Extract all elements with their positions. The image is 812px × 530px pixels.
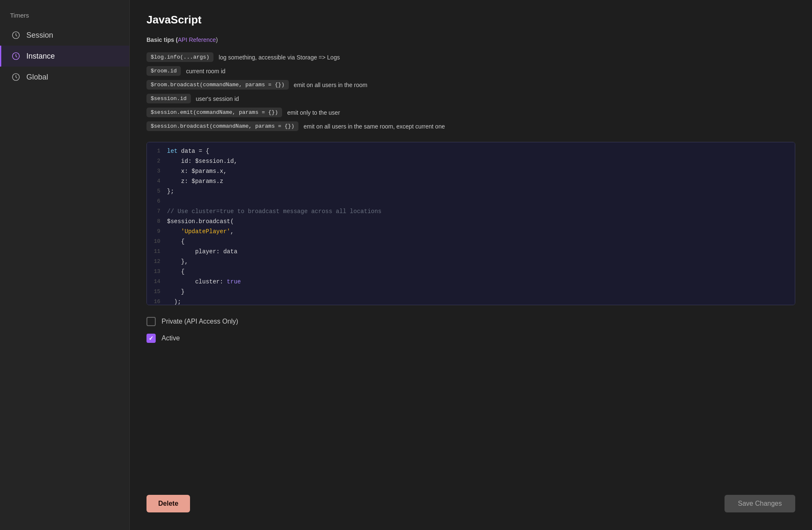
- page-title: JavaScript: [146, 13, 795, 26]
- hints-list: $log.info(...args)log something, accessi…: [146, 52, 795, 131]
- basic-tips-label: Basic tips (: [146, 36, 178, 43]
- line-content: z: $params.z: [167, 177, 788, 187]
- hint-chip: $session.emit(commandName, params = {}): [146, 108, 282, 117]
- sidebar-item-session[interactable]: Session: [0, 25, 129, 46]
- line-content: {: [167, 267, 788, 277]
- line-number: 12: [147, 257, 167, 267]
- delete-button[interactable]: Delete: [146, 495, 190, 512]
- code-line: 5};: [147, 187, 795, 197]
- sidebar-label-global: Global: [26, 73, 48, 82]
- checkbox-private-label: Private (API Access Only): [162, 318, 238, 325]
- line-content: {: [167, 237, 788, 247]
- sidebar-label-instance: Instance: [26, 52, 55, 61]
- hint-row: $session.broadcast(commandName, params =…: [146, 121, 795, 131]
- bottom-bar: Delete Save Changes: [146, 486, 795, 517]
- code-line: 1let data = {: [147, 147, 795, 157]
- hint-row: $room.broadcast(commandName, params = {}…: [146, 80, 795, 90]
- api-reference-link[interactable]: API Reference: [178, 36, 216, 43]
- hint-chip: $session.broadcast(commandName, params =…: [146, 121, 298, 131]
- hint-desc: emit on all users in the room: [294, 82, 367, 88]
- line-content: let data = {: [167, 147, 788, 157]
- line-number: 7: [147, 207, 167, 217]
- basic-tips-close: ): [216, 36, 218, 43]
- line-content: 'UpdatePlayer',: [167, 227, 788, 237]
- sidebar-item-instance[interactable]: Instance: [0, 46, 129, 67]
- hint-row: $room.idcurrent room id: [146, 66, 795, 76]
- code-editor[interactable]: 1let data = {2 id: $session.id,3 x: $par…: [146, 142, 795, 305]
- clock-icon-instance: [11, 51, 21, 61]
- sidebar-item-global[interactable]: Global: [0, 67, 129, 87]
- line-number: 9: [147, 227, 167, 237]
- code-line: 9 'UpdatePlayer',: [147, 227, 795, 237]
- checkboxes-section: Private (API Access Only) Active: [146, 317, 795, 343]
- line-content: }: [167, 287, 788, 297]
- line-content: id: $session.id,: [167, 157, 788, 167]
- hint-desc: user's session id: [196, 95, 239, 102]
- line-number: 10: [147, 237, 167, 247]
- hint-desc: log something, accessible via Storage =>…: [218, 54, 340, 61]
- main-content: JavaScript Basic tips (API Reference) $l…: [130, 0, 812, 530]
- line-number: 1: [147, 147, 167, 157]
- line-number: 11: [147, 247, 167, 257]
- code-line: 13 {: [147, 267, 795, 277]
- sidebar: Timers Session Instance Global: [0, 0, 130, 530]
- sidebar-label-session: Session: [26, 31, 53, 40]
- line-number: 5: [147, 187, 167, 197]
- code-line: 15 }: [147, 287, 795, 297]
- clock-icon-global: [11, 72, 21, 82]
- hint-chip: $room.broadcast(commandName, params = {}…: [146, 80, 289, 90]
- hint-desc: emit only to the user: [287, 109, 340, 116]
- line-number: 13: [147, 267, 167, 277]
- line-content: cluster: true: [167, 277, 788, 287]
- line-content: player: data: [167, 247, 788, 257]
- checkbox-private[interactable]: Private (API Access Only): [146, 317, 795, 326]
- code-line: 4 z: $params.z: [147, 177, 795, 187]
- code-line: 3 x: $params.x,: [147, 167, 795, 177]
- clock-icon-session: [11, 31, 21, 40]
- checkbox-active-label: Active: [162, 334, 180, 342]
- hint-desc: emit on all users in the same room, exce…: [303, 123, 445, 130]
- line-number: 6: [147, 197, 167, 207]
- checkbox-active[interactable]: Active: [146, 334, 795, 343]
- line-number: 3: [147, 167, 167, 177]
- code-line: 8$session.broadcast(: [147, 217, 795, 227]
- checkbox-active-box[interactable]: [146, 334, 156, 343]
- line-content: );: [167, 297, 788, 305]
- code-line: 16 );: [147, 297, 795, 305]
- code-line: 7// Use cluster=true to broadcast messag…: [147, 207, 795, 217]
- line-number: 16: [147, 297, 167, 305]
- hint-row: $session.iduser's session id: [146, 94, 795, 103]
- line-content: $session.broadcast(: [167, 217, 788, 227]
- line-content: [167, 197, 788, 207]
- code-line: 6: [147, 197, 795, 207]
- line-content: x: $params.x,: [167, 167, 788, 177]
- code-line: 2 id: $session.id,: [147, 157, 795, 167]
- line-number: 15: [147, 287, 167, 297]
- save-changes-button[interactable]: Save Changes: [725, 495, 795, 512]
- hint-row: $session.emit(commandName, params = {})e…: [146, 108, 795, 117]
- hint-chip: $room.id: [146, 66, 181, 76]
- hint-desc: current room id: [186, 68, 225, 75]
- sidebar-section-title: Timers: [0, 8, 129, 25]
- code-line: 14 cluster: true: [147, 277, 795, 287]
- line-content: },: [167, 257, 788, 267]
- hint-row: $log.info(...args)log something, accessi…: [146, 52, 795, 62]
- checkbox-private-box[interactable]: [146, 317, 156, 326]
- line-number: 8: [147, 217, 167, 227]
- line-number: 14: [147, 277, 167, 287]
- hint-chip: $session.id: [146, 94, 191, 103]
- code-line: 10 {: [147, 237, 795, 247]
- code-line: 12 },: [147, 257, 795, 267]
- basic-tips-row: Basic tips (API Reference): [146, 36, 795, 43]
- line-content: };: [167, 187, 788, 197]
- code-line: 11 player: data: [147, 247, 795, 257]
- line-number: 2: [147, 157, 167, 167]
- line-content: // Use cluster=true to broadcast message…: [167, 207, 788, 217]
- line-number: 4: [147, 177, 167, 187]
- hint-chip: $log.info(...args): [146, 52, 213, 62]
